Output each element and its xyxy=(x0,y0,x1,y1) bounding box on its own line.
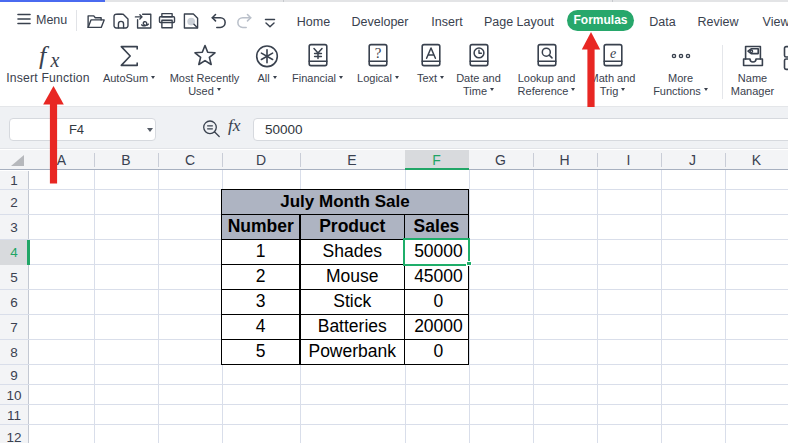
svg-text:x: x xyxy=(50,49,60,71)
svg-text:?: ? xyxy=(375,45,382,61)
svg-text:e: e xyxy=(609,46,615,61)
svg-text:f: f xyxy=(39,43,50,70)
